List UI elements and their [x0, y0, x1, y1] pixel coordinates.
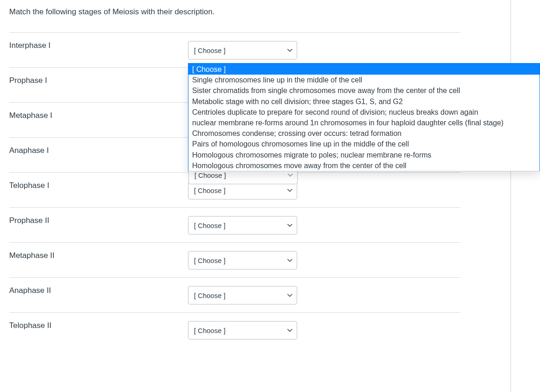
match-select-metaphase-ii[interactable]: [ Choose ] — [188, 251, 297, 269]
match-label: Metaphase I — [9, 111, 188, 120]
dropdown-option[interactable]: Single chromosomes line up in the middle… — [188, 75, 540, 85]
match-select-interphase-i[interactable]: [ Choose ] — [188, 41, 297, 59]
vertical-divider — [511, 0, 511, 392]
select-value: [ Choose ] — [194, 222, 225, 229]
match-row-anaphase-ii: Anaphase II [ Choose ] — [9, 277, 461, 312]
chevron-down-icon — [288, 172, 293, 178]
select-value: [ Choose ] — [194, 47, 225, 54]
match-select-prophase-ii[interactable]: [ Choose ] — [188, 216, 297, 234]
select-value: [ Choose ] — [194, 187, 225, 194]
dropdown-option[interactable]: Homologous chromosomes migrate to poles;… — [188, 150, 540, 160]
question-prompt: Match the following stages of Meiosis wi… — [9, 7, 461, 28]
chevron-down-icon — [287, 257, 293, 263]
select-value: [ Choose ] — [194, 171, 226, 179]
select-value: [ Choose ] — [194, 327, 225, 334]
chevron-down-icon — [287, 293, 293, 298]
select-value: [ Choose ] — [194, 257, 225, 264]
dropdown-option[interactable]: nuclear membrane re-forms around 1n chro… — [188, 117, 540, 128]
page: Match the following stages of Meiosis wi… — [0, 0, 540, 392]
match-label: Prophase I — [9, 76, 188, 85]
match-row-metaphase-ii: Metaphase II [ Choose ] — [9, 242, 461, 277]
match-row-prophase-ii: Prophase II [ Choose ] — [9, 207, 461, 242]
dropdown-option[interactable]: Pairs of homologous chromosomes line up … — [188, 139, 540, 149]
match-label: Metaphase II — [9, 251, 188, 260]
chevron-down-icon — [287, 47, 293, 53]
dropdown-panel: [ Choose ] Single chromosomes line up in… — [188, 63, 540, 171]
match-label: Interphase I — [9, 41, 188, 50]
match-label: Anaphase I — [9, 146, 188, 155]
match-label: Anaphase II — [9, 286, 188, 295]
match-label: Telophase I — [9, 181, 188, 190]
match-label: Telophase II — [9, 321, 188, 330]
match-row-telophase-ii: Telophase II [ Choose ] — [9, 312, 461, 347]
match-row-interphase-i: Interphase I [ Choose ] — [9, 32, 461, 67]
match-select-anaphase-ii[interactable]: [ Choose ] — [188, 286, 297, 304]
dropdown-option[interactable]: Centrioles duplicate to prepare for seco… — [188, 107, 540, 117]
match-label: Prophase II — [9, 216, 188, 225]
dropdown-option-choose[interactable]: [ Choose ] — [188, 64, 540, 75]
chevron-down-icon — [287, 187, 293, 193]
dropdown-option[interactable]: Chromosomes condense; crossing over occu… — [188, 128, 540, 139]
select-value: [ Choose ] — [194, 292, 225, 299]
chevron-down-icon — [287, 328, 293, 333]
match-select-telophase-ii[interactable]: [ Choose ] — [188, 321, 297, 339]
dropdown-option[interactable]: Homologous chromosomes move away from th… — [188, 160, 540, 171]
dropdown-option[interactable]: Metabolic stage with no cell division; t… — [188, 96, 540, 107]
dropdown-option[interactable]: Sister chromatids from single chromosome… — [188, 85, 540, 96]
chevron-down-icon — [287, 222, 293, 228]
